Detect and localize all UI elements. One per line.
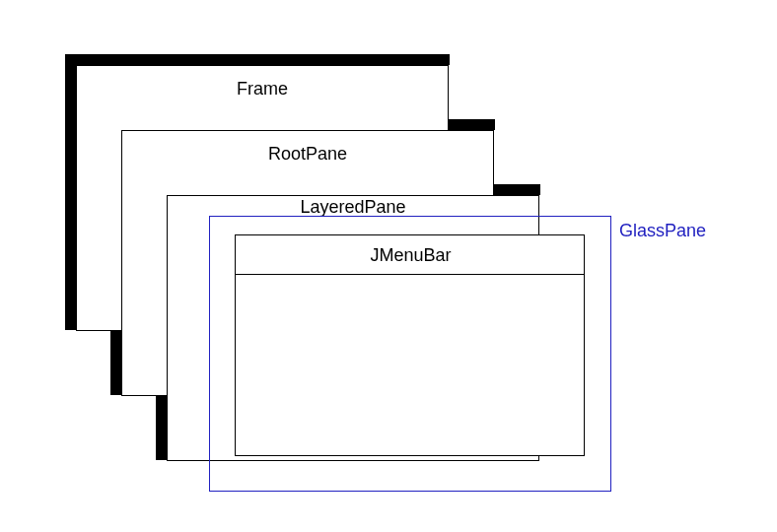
layeredpane-label: LayeredPane xyxy=(167,197,539,218)
frame-label: Frame xyxy=(76,79,449,100)
swing-container-hierarchy-diagram: Frame RootPane LayeredPane GlassPane JMe… xyxy=(0,0,777,532)
contentpane-container: JMenuBar xyxy=(235,234,585,456)
frame-shadow-top xyxy=(65,54,450,65)
menubar-divider xyxy=(235,274,585,275)
jmenubar-label: JMenuBar xyxy=(236,245,586,266)
frame-shadow-left xyxy=(65,54,76,330)
glasspane-label: GlassPane xyxy=(619,221,706,241)
rootpane-label: RootPane xyxy=(121,144,494,165)
